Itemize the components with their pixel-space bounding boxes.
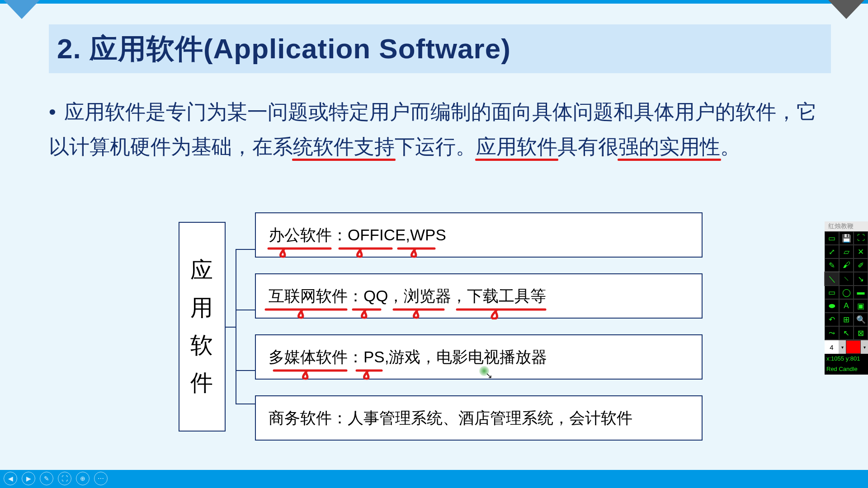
vbox-label: 应 用 软 件 [179, 222, 226, 432]
tool-fullscreen[interactable]: ⛶ [854, 231, 868, 245]
color-dropdown[interactable]: ▾ [861, 340, 868, 354]
tool-fillellipse[interactable]: ⬬ [825, 299, 839, 313]
tool-text[interactable]: A [839, 299, 854, 313]
top-accent-bar [0, 0, 868, 4]
title-band: 2. 应用软件(Application Software) [49, 24, 831, 73]
corner-triangle-left [4, 0, 40, 19]
tool-arrow[interactable]: ↘ [854, 272, 868, 286]
tool-pointer[interactable]: ↖ [839, 326, 854, 340]
para-mid2: 具有很 [557, 135, 618, 158]
toolbox-brand: Red Candle [825, 364, 868, 375]
annotation-toolbox[interactable]: 红烛教鞭 ▭ 💾 ⛶ ⤢ ▱ ✕ ✎ 🖌 ✐ ＼ ⟍ ↘ ▭ ◯ ▬ ⬬ A ▣… [825, 221, 868, 375]
nav-more-button[interactable]: ⋯ [94, 472, 108, 485]
corner-triangle-right [828, 0, 864, 19]
vbox-char-3: 件 [190, 368, 214, 398]
row-business-text: 商务软件：人事管理系统、酒店管理系统，会计软件 [269, 408, 632, 429]
para-u3: 强的实用性 [618, 135, 720, 158]
nav-view-button[interactable]: ⛶ [58, 472, 71, 485]
tool-dropper[interactable]: ⤢ [825, 245, 839, 258]
row-office-text: 办公软件：OFFICE,WPS [269, 225, 446, 246]
slide-nav: ◀ ▶ ✎ ⛶ ⊕ ⋯ [4, 472, 108, 485]
para-u1: 统软件支持 [293, 135, 395, 158]
nav-zoom-button[interactable]: ⊕ [76, 472, 90, 485]
toolbox-title: 红烛教鞭 [825, 221, 868, 231]
annotation-cursor: ↘ [479, 366, 492, 379]
para-u2: 应用软件 [476, 135, 557, 158]
tool-fillrect[interactable]: ▬ [854, 286, 868, 299]
tool-dashline[interactable]: ⟍ [839, 272, 854, 286]
vbox-char-1: 用 [190, 293, 214, 323]
para-post: 。 [720, 135, 741, 158]
linewidth-dropdown[interactable]: ▾ [839, 340, 846, 354]
tool-line[interactable]: ＼ [825, 272, 839, 286]
nav-pen-button[interactable]: ✎ [40, 472, 53, 485]
body-paragraph: • 应用软件是专门为某一问题或特定用户而编制的面向具体问题和具体用户的软件，它以… [49, 95, 831, 164]
nav-next-button[interactable]: ▶ [22, 472, 35, 485]
row-multimedia-text: 多媒体软件：PS,游戏，电影电视播放器 [269, 347, 547, 368]
toolbox-coords: x:1055 y:801 [825, 354, 868, 364]
tool-highlight[interactable]: ✐ [854, 258, 868, 272]
row-internet-text: 互联网软件：QQ，浏览器，下载工具等 [269, 286, 546, 307]
slide-title: 2. 应用软件(Application Software) [57, 30, 511, 68]
bottom-accent-bar [0, 470, 868, 488]
bracket-connector [226, 223, 255, 431]
tool-brush[interactable]: 🖌 [839, 258, 854, 272]
category-rows: 办公软件：OFFICE,WPS 互联网软件：QQ，浏览器，下载工具等 多媒体软件… [255, 212, 703, 441]
tool-zoom[interactable]: 🔍 [854, 313, 868, 326]
row-business: 商务软件：人事管理系统、酒店管理系统，会计软件 [255, 395, 703, 441]
tool-hand[interactable]: ⤳ [825, 326, 839, 340]
tool-ellipse[interactable]: ◯ [839, 286, 854, 299]
tool-undo[interactable]: ↶ [825, 313, 839, 326]
vbox-char-0: 应 [190, 255, 214, 286]
nav-prev-button[interactable]: ◀ [4, 472, 17, 485]
para-mid1: 下运行。 [395, 135, 476, 158]
tool-close[interactable]: ⊠ [854, 326, 868, 340]
tool-rect[interactable]: ▭ [825, 286, 839, 299]
row-internet: 互联网软件：QQ，浏览器，下载工具等 [255, 273, 703, 319]
row-office: 办公软件：OFFICE,WPS [255, 212, 703, 258]
color-swatch[interactable] [846, 340, 861, 354]
tool-save[interactable]: 💾 [839, 231, 854, 245]
tool-frame[interactable]: ▣ [854, 299, 868, 313]
linewidth-value[interactable]: 4 [825, 340, 839, 354]
row-multimedia: 多媒体软件：PS,游戏，电影电视播放器 [255, 334, 703, 380]
tool-redo[interactable]: ⊞ [839, 313, 854, 326]
toolbox-settings-row: 4 ▾ ▾ [825, 340, 868, 354]
toolbox-grid: ▭ 💾 ⛶ ⤢ ▱ ✕ ✎ 🖌 ✐ ＼ ⟍ ↘ ▭ ◯ ▬ ⬬ A ▣ ↶ ⊞ … [825, 231, 868, 340]
tool-clear[interactable]: ✕ [854, 245, 868, 258]
slide-root: 2. 应用软件(Application Software) • 应用软件是专门为… [0, 0, 868, 488]
tool-eraser[interactable]: ▱ [839, 245, 854, 258]
tool-new[interactable]: ▭ [825, 231, 839, 245]
diagram: 应 用 软 件 办公软件：OFFICE,WPS 互联网软件：QQ [179, 212, 703, 441]
bullet-icon: • [49, 100, 56, 123]
tool-pencil[interactable]: ✎ [825, 258, 839, 272]
vbox-char-2: 软 [190, 330, 214, 361]
